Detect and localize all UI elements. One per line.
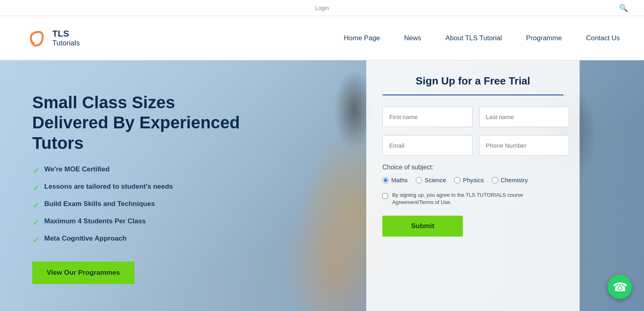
terms-row: By signing up, you agree to the TLS TUTO… — [382, 192, 564, 206]
subject-label: Choice of subject: — [382, 164, 564, 171]
nav-item-about[interactable]: About TLS Tutorial — [446, 34, 502, 42]
hero-left: Small Class Sizes Delivered By Experienc… — [32, 84, 242, 284]
subject-maths-label: Maths — [391, 177, 408, 183]
check-icon-3: ✓ — [32, 200, 39, 211]
contact-row — [382, 135, 564, 156]
svg-point-1 — [31, 42, 35, 45]
search-icon[interactable]: 🔍 — [619, 4, 628, 12]
feature-item-3: ✓ Build Exam Skills and Techniques — [32, 200, 242, 211]
subject-science-radio[interactable] — [416, 177, 422, 183]
feature-text-3: Build Exam Skills and Techniques — [44, 200, 155, 208]
subject-chemistry-radio[interactable] — [492, 177, 498, 183]
subject-physics-label: Physics — [463, 177, 484, 183]
subject-maths[interactable]: Maths — [382, 177, 408, 183]
phone-input[interactable] — [479, 135, 569, 156]
feature-text-5: Meta Cognitive Approach — [44, 235, 126, 243]
signup-title: Sign Up for a Free Trial — [382, 75, 564, 87]
terms-text: By signing up, you agree to the TLS TUTO… — [392, 192, 564, 206]
feature-item-1: ✓ We're MOE Certified — [32, 165, 242, 176]
check-icon-2: ✓ — [32, 183, 39, 194]
nav-item-news[interactable]: News — [404, 34, 421, 42]
whatsapp-button[interactable]: ☎ — [608, 275, 632, 299]
logo: TLS Tutorials — [24, 26, 80, 50]
hero-section: Small Class Sizes Delivered By Experienc… — [0, 60, 644, 311]
nav-item-programme[interactable]: Programme — [526, 34, 562, 42]
subject-chemistry[interactable]: Chemistry — [492, 177, 528, 183]
nav-item-home[interactable]: Home Page — [344, 34, 380, 42]
feature-text-4: Maximum 4 Students Per Class — [44, 217, 146, 225]
header: TLS Tutorials Home Page News About TLS T… — [0, 16, 644, 60]
login-link[interactable]: Login — [315, 5, 329, 11]
feature-text-1: We're MOE Certified — [44, 165, 109, 173]
nav-item-contact[interactable]: Contact Us — [586, 34, 620, 42]
subject-maths-radio[interactable] — [382, 177, 389, 183]
submit-button[interactable]: Submit — [382, 216, 463, 237]
email-input[interactable] — [382, 135, 473, 156]
feature-item-2: ✓ Lessons are tailored to student's need… — [32, 183, 242, 194]
signup-divider — [382, 95, 564, 95]
check-icon-4: ✓ — [32, 218, 39, 228]
main-nav: Home Page News About TLS Tutorial Progra… — [344, 34, 620, 42]
subject-physics[interactable]: Physics — [454, 177, 484, 183]
first-name-input[interactable] — [382, 107, 473, 127]
subject-science-label: Science — [425, 177, 446, 183]
feature-item-5: ✓ Meta Cognitive Approach — [32, 235, 242, 245]
subject-science[interactable]: Science — [416, 177, 446, 183]
logo-tutorials: Tutorials — [52, 39, 80, 47]
check-icon-5: ✓ — [32, 235, 39, 245]
hero-headline: Small Class Sizes Delivered By Experienc… — [32, 93, 242, 153]
feature-list: ✓ We're MOE Certified ✓ Lessons are tail… — [32, 165, 242, 245]
subject-options: Maths Science Physics Chemistry — [382, 177, 564, 183]
name-row — [382, 107, 564, 127]
whatsapp-icon: ☎ — [613, 280, 627, 294]
top-bar: Login 🔍 — [0, 0, 644, 16]
signup-panel: Sign Up for a Free Trial Choice of subje… — [366, 60, 580, 311]
subject-physics-radio[interactable] — [454, 177, 460, 183]
logo-tls: TLS — [52, 29, 80, 39]
terms-checkbox[interactable] — [382, 193, 388, 199]
feature-text-2: Lessons are tailored to student's needs — [44, 183, 173, 191]
feature-item-4: ✓ Maximum 4 Students Per Class — [32, 217, 242, 228]
view-programs-button[interactable]: View Our Programmes — [32, 262, 134, 284]
logo-text: TLS Tutorials — [52, 29, 80, 47]
last-name-input[interactable] — [479, 107, 569, 127]
logo-icon — [24, 26, 48, 50]
subject-chemistry-label: Chemistry — [501, 177, 528, 183]
check-icon-1: ✓ — [32, 166, 39, 176]
